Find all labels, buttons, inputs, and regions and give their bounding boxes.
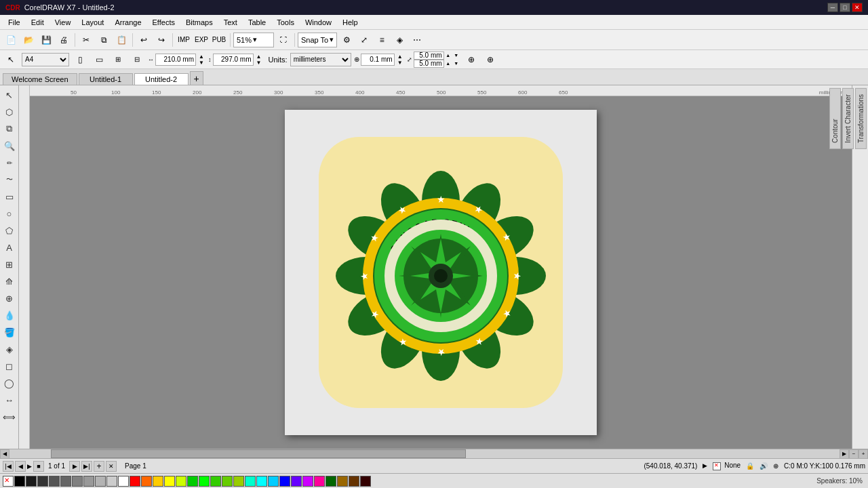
- transparency-tool-btn[interactable]: ◻: [1, 358, 18, 374]
- save-button[interactable]: 💾: [38, 32, 54, 48]
- canvas-background[interactable]: ★ ★ ★ ★ ★ ★ ★ ★ ★ ★: [30, 96, 852, 449]
- table-tool-btn[interactable]: ⊞: [1, 256, 18, 272]
- crop-tool-btn[interactable]: ⧉: [1, 121, 18, 137]
- export-button[interactable]: EXP: [193, 32, 210, 48]
- height-input[interactable]: [213, 54, 254, 66]
- print-button[interactable]: 🖨: [56, 32, 72, 48]
- nudge-up[interactable]: ▲: [396, 54, 404, 60]
- color-gray1[interactable]: [60, 476, 71, 487]
- tab-untitled1[interactable]: Untitled-1: [79, 73, 133, 85]
- menu-effects[interactable]: Effects: [147, 17, 180, 28]
- menu-arrange[interactable]: Arrange: [109, 17, 146, 28]
- close-button[interactable]: ✕: [852, 3, 863, 12]
- invert-character-tab[interactable]: Invert Character: [842, 88, 854, 149]
- color-brown1[interactable]: [337, 476, 348, 487]
- step2-input[interactable]: [414, 60, 444, 68]
- fill-tool-btn[interactable]: 🪣: [1, 324, 18, 340]
- first-page-btn[interactable]: |◀: [3, 461, 14, 472]
- color-pink[interactable]: [314, 476, 325, 487]
- new-button[interactable]: 📄: [3, 32, 19, 48]
- undo-button[interactable]: ↩: [136, 32, 152, 48]
- zoom-out-btn[interactable]: −: [849, 449, 859, 459]
- color-red[interactable]: [130, 476, 140, 487]
- zoom-tool-btn[interactable]: 🔍: [1, 138, 18, 154]
- color-sky[interactable]: [268, 476, 279, 487]
- import-button[interactable]: IMP: [176, 32, 192, 48]
- coord-play-btn[interactable]: ▶: [703, 462, 707, 469]
- transformations-tab[interactable]: Transformations: [855, 88, 867, 149]
- menu-window[interactable]: Window: [300, 17, 337, 28]
- step1-down[interactable]: ▼: [452, 52, 460, 58]
- menu-layout[interactable]: Layout: [76, 17, 109, 28]
- zoom-add-btn[interactable]: ⊕: [482, 52, 498, 68]
- polygon-tool-btn[interactable]: ⬠: [1, 222, 18, 239]
- color-cyan[interactable]: [256, 476, 267, 487]
- open-button[interactable]: 📂: [20, 32, 37, 48]
- color-dark2[interactable]: [37, 476, 48, 487]
- color-black[interactable]: [14, 476, 25, 487]
- step1-input[interactable]: [414, 52, 444, 60]
- hscroll-track[interactable]: [9, 449, 840, 458]
- color-orange[interactable]: [141, 476, 152, 487]
- more-button[interactable]: ⋯: [409, 32, 425, 48]
- landscape-btn[interactable]: ▭: [91, 52, 107, 68]
- portrait-btn[interactable]: ▯: [72, 52, 88, 68]
- publish-button[interactable]: PUB: [211, 32, 227, 48]
- tab-welcome[interactable]: Welcome Screen: [3, 73, 77, 85]
- hscroll-thumb[interactable]: [51, 449, 466, 458]
- menu-text[interactable]: Text: [218, 17, 243, 28]
- color-light1[interactable]: [95, 476, 106, 487]
- color-yellow2[interactable]: [164, 476, 175, 487]
- color-brown2[interactable]: [349, 476, 359, 487]
- color-purple[interactable]: [291, 476, 302, 487]
- align-button[interactable]: ≡: [374, 32, 390, 48]
- step2-up[interactable]: ▲: [444, 60, 452, 66]
- options-button[interactable]: ⚙: [338, 32, 355, 48]
- dimension-tool-btn[interactable]: ⟺: [1, 409, 18, 425]
- rect-tool-btn[interactable]: ▭: [1, 188, 18, 205]
- width-input[interactable]: [155, 54, 196, 66]
- menu-tools[interactable]: Tools: [271, 17, 300, 28]
- outline-tool-btn[interactable]: ◯: [1, 375, 18, 391]
- paper-size-select[interactable]: A4: [22, 53, 69, 66]
- color-blue[interactable]: [279, 476, 290, 487]
- crosshair-btn[interactable]: ⊕: [463, 52, 479, 68]
- tab-untitled2[interactable]: Untitled-2: [134, 73, 189, 85]
- color-gray2[interactable]: [72, 476, 83, 487]
- color-dark-red[interactable]: [360, 476, 371, 487]
- snap-to-dropdown[interactable]: Snap To ▾: [298, 33, 337, 47]
- menu-help[interactable]: Help: [337, 17, 363, 28]
- delete-page-btn[interactable]: ✕: [106, 461, 117, 472]
- parallel-tool-btn[interactable]: ⟰: [1, 273, 18, 289]
- step1-up[interactable]: ▲: [444, 52, 452, 58]
- minimize-button[interactable]: ─: [827, 3, 838, 12]
- color-dark3[interactable]: [49, 476, 60, 487]
- dynamic-button[interactable]: ◈: [391, 32, 408, 48]
- paste-button[interactable]: 📋: [113, 32, 130, 48]
- color-white[interactable]: [118, 476, 129, 487]
- width-up[interactable]: ▲: [197, 54, 205, 60]
- color-yellow1[interactable]: [153, 476, 163, 487]
- nudge-input[interactable]: [361, 54, 395, 66]
- color-dark1[interactable]: [26, 476, 37, 487]
- color-dark-green[interactable]: [326, 476, 336, 487]
- connector-tool-btn[interactable]: ↔: [1, 392, 18, 408]
- menu-table[interactable]: Table: [243, 17, 271, 28]
- page-options-btn[interactable]: ⊞: [110, 52, 126, 68]
- canvas-area[interactable]: 50 100 150 200 250 300 350 400 450 500 5…: [19, 85, 852, 449]
- freehand-tool-btn[interactable]: ✏: [1, 155, 18, 171]
- node-tool-btn[interactable]: ⬡: [1, 104, 18, 120]
- menu-edit[interactable]: Edit: [26, 17, 50, 28]
- prev-page-btn[interactable]: ◀: [15, 461, 26, 472]
- color-teal[interactable]: [245, 476, 256, 487]
- height-up[interactable]: ▲: [255, 54, 263, 60]
- blend-tool-btn[interactable]: ⊕: [1, 290, 18, 306]
- color-yellow-green[interactable]: [176, 476, 186, 487]
- horizontal-scrollbar[interactable]: ◀ ▶ − +: [0, 449, 868, 458]
- width-down[interactable]: ▼: [197, 60, 205, 66]
- next-page-btn[interactable]: ▶: [69, 461, 80, 472]
- color-gray3[interactable]: [83, 476, 94, 487]
- color-green4[interactable]: [222, 476, 233, 487]
- cut-button[interactable]: ✂: [78, 32, 94, 48]
- contour-tab[interactable]: Contour: [829, 88, 841, 149]
